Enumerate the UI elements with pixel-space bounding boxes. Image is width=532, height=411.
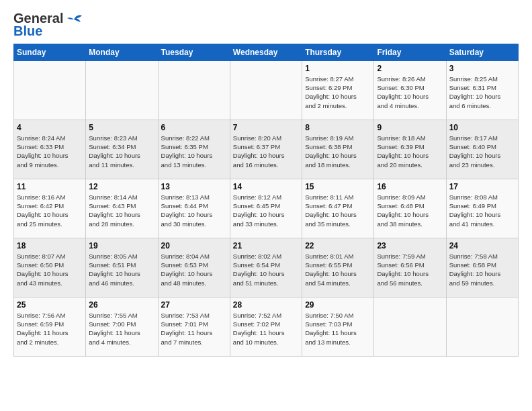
day-number: 3 [449, 64, 515, 73]
day-info: Sunrise: 7:50 AM Sunset: 7:03 PM Dayligh… [305, 311, 371, 347]
calendar-cell: 23Sunrise: 7:59 AM Sunset: 6:56 PM Dayli… [374, 238, 446, 297]
calendar-cell: 9Sunrise: 8:18 AM Sunset: 6:39 PM Daylig… [374, 120, 446, 179]
day-info: Sunrise: 7:53 AM Sunset: 7:01 PM Dayligh… [161, 311, 227, 347]
calendar-cell: 5Sunrise: 8:23 AM Sunset: 6:34 PM Daylig… [86, 120, 158, 179]
calendar-cell [230, 60, 302, 120]
day-info: Sunrise: 7:58 AM Sunset: 6:58 PM Dayligh… [449, 252, 515, 287]
week-row-3: 11Sunrise: 8:16 AM Sunset: 6:42 PM Dayli… [14, 179, 519, 238]
logo: General Blue [13, 11, 83, 38]
day-info: Sunrise: 8:17 AM Sunset: 6:40 PM Dayligh… [449, 134, 515, 169]
calendar-cell: 17Sunrise: 8:08 AM Sunset: 6:49 PM Dayli… [446, 179, 518, 238]
day-number: 24 [449, 241, 515, 250]
day-number: 8 [305, 123, 371, 132]
calendar-cell: 6Sunrise: 8:22 AM Sunset: 6:35 PM Daylig… [158, 120, 230, 179]
calendar-cell: 13Sunrise: 8:13 AM Sunset: 6:44 PM Dayli… [158, 179, 230, 238]
day-info: Sunrise: 8:08 AM Sunset: 6:49 PM Dayligh… [449, 193, 515, 228]
week-row-4: 18Sunrise: 8:07 AM Sunset: 6:50 PM Dayli… [14, 238, 519, 297]
page-header: General Blue [13, 11, 519, 38]
calendar-cell: 20Sunrise: 8:04 AM Sunset: 6:53 PM Dayli… [158, 238, 230, 297]
calendar-cell: 4Sunrise: 8:24 AM Sunset: 6:33 PM Daylig… [14, 120, 86, 179]
day-info: Sunrise: 8:09 AM Sunset: 6:48 PM Dayligh… [377, 193, 443, 228]
day-info: Sunrise: 8:14 AM Sunset: 6:43 PM Dayligh… [89, 193, 154, 228]
logo-bird-icon [64, 11, 83, 26]
calendar-cell: 12Sunrise: 8:14 AM Sunset: 6:43 PM Dayli… [86, 179, 158, 238]
day-info: Sunrise: 8:04 AM Sunset: 6:53 PM Dayligh… [161, 252, 227, 287]
day-info: Sunrise: 8:11 AM Sunset: 6:47 PM Dayligh… [305, 193, 371, 228]
day-number: 17 [449, 182, 515, 191]
calendar-cell: 18Sunrise: 8:07 AM Sunset: 6:50 PM Dayli… [14, 238, 86, 297]
day-number: 29 [305, 300, 371, 310]
day-info: Sunrise: 8:23 AM Sunset: 6:34 PM Dayligh… [89, 134, 154, 169]
day-number: 5 [89, 123, 154, 132]
col-header-saturday: Saturday [446, 44, 518, 60]
col-header-wednesday: Wednesday [230, 44, 302, 60]
day-number: 13 [161, 182, 227, 191]
day-number: 25 [17, 300, 83, 310]
calendar-cell: 11Sunrise: 8:16 AM Sunset: 6:42 PM Dayli… [14, 179, 86, 238]
day-info: Sunrise: 8:02 AM Sunset: 6:54 PM Dayligh… [233, 252, 299, 287]
day-info: Sunrise: 7:59 AM Sunset: 6:56 PM Dayligh… [377, 252, 443, 287]
day-info: Sunrise: 8:12 AM Sunset: 6:45 PM Dayligh… [233, 193, 299, 228]
calendar-cell: 24Sunrise: 7:58 AM Sunset: 6:58 PM Dayli… [446, 238, 518, 297]
day-number: 2 [377, 64, 443, 73]
calendar-cell: 15Sunrise: 8:11 AM Sunset: 6:47 PM Dayli… [302, 179, 374, 238]
calendar-cell: 14Sunrise: 8:12 AM Sunset: 6:45 PM Dayli… [230, 179, 302, 238]
day-number: 4 [17, 123, 83, 132]
day-number: 10 [449, 123, 515, 132]
day-number: 1 [305, 64, 371, 73]
day-number: 7 [233, 123, 299, 132]
calendar-cell: 28Sunrise: 7:52 AM Sunset: 7:02 PM Dayli… [230, 297, 302, 356]
day-info: Sunrise: 8:05 AM Sunset: 6:51 PM Dayligh… [89, 252, 154, 287]
calendar-cell: 19Sunrise: 8:05 AM Sunset: 6:51 PM Dayli… [86, 238, 158, 297]
col-header-thursday: Thursday [302, 44, 374, 60]
day-number: 12 [89, 182, 154, 191]
day-info: Sunrise: 8:25 AM Sunset: 6:31 PM Dayligh… [449, 75, 515, 110]
day-info: Sunrise: 7:56 AM Sunset: 6:59 PM Dayligh… [17, 311, 83, 347]
calendar-cell: 2Sunrise: 8:26 AM Sunset: 6:30 PM Daylig… [374, 60, 446, 120]
calendar-cell: 26Sunrise: 7:55 AM Sunset: 7:00 PM Dayli… [86, 297, 158, 356]
day-number: 27 [161, 300, 227, 310]
day-number: 21 [233, 241, 299, 250]
col-header-monday: Monday [86, 44, 158, 60]
day-number: 20 [161, 241, 227, 250]
col-header-tuesday: Tuesday [158, 44, 230, 60]
day-number: 6 [161, 123, 227, 132]
day-info: Sunrise: 8:20 AM Sunset: 6:37 PM Dayligh… [233, 134, 299, 169]
calendar-cell [446, 297, 518, 356]
col-header-friday: Friday [374, 44, 446, 60]
logo-blue-text: Blue [13, 24, 42, 38]
day-info: Sunrise: 8:19 AM Sunset: 6:38 PM Dayligh… [305, 134, 371, 169]
day-info: Sunrise: 8:13 AM Sunset: 6:44 PM Dayligh… [161, 193, 227, 228]
day-info: Sunrise: 7:55 AM Sunset: 7:00 PM Dayligh… [89, 311, 154, 347]
day-number: 16 [377, 182, 443, 191]
calendar-cell: 29Sunrise: 7:50 AM Sunset: 7:03 PM Dayli… [302, 297, 374, 356]
day-number: 28 [233, 300, 299, 310]
calendar-cell: 25Sunrise: 7:56 AM Sunset: 6:59 PM Dayli… [14, 297, 86, 356]
calendar-cell: 22Sunrise: 8:01 AM Sunset: 6:55 PM Dayli… [302, 238, 374, 297]
day-number: 22 [305, 241, 371, 250]
calendar-cell: 21Sunrise: 8:02 AM Sunset: 6:54 PM Dayli… [230, 238, 302, 297]
day-info: Sunrise: 7:52 AM Sunset: 7:02 PM Dayligh… [233, 311, 299, 347]
calendar-table: SundayMondayTuesdayWednesdayThursdayFrid… [13, 44, 519, 357]
day-info: Sunrise: 8:18 AM Sunset: 6:39 PM Dayligh… [377, 134, 443, 169]
calendar-cell: 1Sunrise: 8:27 AM Sunset: 6:29 PM Daylig… [302, 60, 374, 120]
day-info: Sunrise: 8:24 AM Sunset: 6:33 PM Dayligh… [17, 134, 83, 169]
day-number: 9 [377, 123, 443, 132]
calendar-cell [14, 60, 86, 120]
calendar-cell: 7Sunrise: 8:20 AM Sunset: 6:37 PM Daylig… [230, 120, 302, 179]
day-number: 23 [377, 241, 443, 250]
day-info: Sunrise: 8:22 AM Sunset: 6:35 PM Dayligh… [161, 134, 227, 169]
calendar-cell: 10Sunrise: 8:17 AM Sunset: 6:40 PM Dayli… [446, 120, 518, 179]
day-info: Sunrise: 8:01 AM Sunset: 6:55 PM Dayligh… [305, 252, 371, 287]
day-info: Sunrise: 8:27 AM Sunset: 6:29 PM Dayligh… [305, 75, 371, 110]
day-number: 18 [17, 241, 83, 250]
col-header-sunday: Sunday [14, 44, 86, 60]
week-row-1: 1Sunrise: 8:27 AM Sunset: 6:29 PM Daylig… [14, 60, 519, 120]
day-number: 14 [233, 182, 299, 191]
calendar-cell [86, 60, 158, 120]
calendar-cell [374, 297, 446, 356]
calendar-cell: 3Sunrise: 8:25 AM Sunset: 6:31 PM Daylig… [446, 60, 518, 120]
week-row-2: 4Sunrise: 8:24 AM Sunset: 6:33 PM Daylig… [14, 120, 519, 179]
calendar-cell [158, 60, 230, 120]
day-number: 15 [305, 182, 371, 191]
